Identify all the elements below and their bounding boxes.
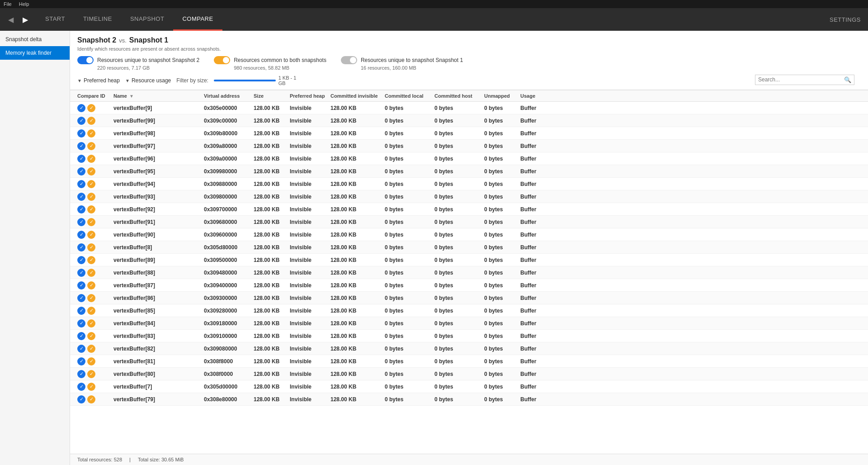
table-row[interactable]: ✓ ✓ vertexBuffer[8] 0x305d80000 128.00 K…	[70, 241, 868, 254]
cell-pheap: Invisible	[290, 168, 330, 175]
table-row[interactable]: ✓ ✓ vertexBuffer[95] 0x309980000 128.00 …	[70, 165, 868, 178]
table-row[interactable]: ✓ ✓ vertexBuffer[94] 0x309880000 128.00 …	[70, 178, 868, 190]
cell-name: vertexBuffer[80]	[113, 371, 204, 377]
cell-cinvis: 128.00 KB	[330, 232, 385, 238]
col-header-size[interactable]: Size	[254, 93, 290, 99]
table-row[interactable]: ✓ ✓ vertexBuffer[89] 0x309500000 128.00 …	[70, 254, 868, 266]
resource-usage-filter[interactable]: ▼ Resource usage	[125, 77, 171, 84]
cell-vaddr: 0x309c00000	[204, 118, 254, 124]
table-row[interactable]: ✓ ✓ vertexBuffer[81] 0x308f8000 128.00 K…	[70, 355, 868, 368]
table-row[interactable]: ✓ ✓ vertexBuffer[88] 0x309480000 128.00 …	[70, 266, 868, 279]
menu-file[interactable]: File	[4, 1, 12, 7]
compare-icons: ✓ ✓	[77, 218, 113, 226]
col-header-unmap[interactable]: Unmapped	[484, 93, 520, 99]
cell-cinvis: 128.00 KB	[330, 282, 385, 289]
blue-check-icon: ✓	[77, 231, 85, 239]
nav-back-button[interactable]: ◀	[4, 12, 18, 27]
cell-clocal: 0 bytes	[385, 282, 434, 289]
cell-chost: 0 bytes	[434, 181, 484, 187]
blue-check-icon: ✓	[77, 180, 85, 188]
sidebar-item-memory-leak[interactable]: Memory leak finder	[0, 46, 70, 60]
table-row[interactable]: ✓ ✓ vertexBuffer[83] 0x309100000 128.00 …	[70, 330, 868, 342]
size-slider[interactable]: 1 KB - 1 GB	[214, 75, 304, 86]
table-row[interactable]: ✓ ✓ vertexBuffer[9] 0x305e00000 128.00 K…	[70, 102, 868, 114]
cell-name: vertexBuffer[92]	[113, 206, 204, 213]
col-header-clocal[interactable]: Committed local	[385, 93, 434, 99]
table-row[interactable]: ✓ ✓ vertexBuffer[79] 0x308e80000 128.00 …	[70, 393, 868, 406]
nav-forward-button[interactable]: ▶	[18, 12, 33, 27]
tab-compare[interactable]: COMPARE	[173, 8, 222, 31]
table-row[interactable]: ✓ ✓ vertexBuffer[99] 0x309c00000 128.00 …	[70, 114, 868, 127]
col-header-usage[interactable]: Usage	[520, 93, 557, 99]
cell-unmap: 0 bytes	[484, 118, 520, 124]
cell-chost: 0 bytes	[434, 346, 484, 352]
cell-name: vertexBuffer[97]	[113, 143, 204, 149]
toggle-1-switch[interactable]	[77, 56, 94, 64]
table-row[interactable]: ✓ ✓ vertexBuffer[85] 0x309280000 128.00 …	[70, 304, 868, 317]
orange-check-icon: ✓	[87, 332, 95, 340]
cell-cinvis: 128.00 KB	[330, 206, 385, 213]
table-row[interactable]: ✓ ✓ vertexBuffer[91] 0x309680000 128.00 …	[70, 216, 868, 228]
cell-usage: Buffer	[520, 118, 557, 124]
cell-unmap: 0 bytes	[484, 244, 520, 251]
cell-chost: 0 bytes	[434, 232, 484, 238]
col-header-compare[interactable]: Compare ID	[77, 93, 113, 99]
blue-check-icon: ✓	[77, 155, 85, 163]
table-row[interactable]: ✓ ✓ vertexBuffer[86] 0x309300000 128.00 …	[70, 292, 868, 304]
tab-start[interactable]: START	[36, 8, 74, 31]
menu-help[interactable]: Help	[19, 1, 29, 7]
tab-snapshot[interactable]: SNAPSHOT	[121, 8, 174, 31]
table-row[interactable]: ✓ ✓ vertexBuffer[7] 0x305d00000 128.00 K…	[70, 380, 868, 393]
toggle-3-switch[interactable]	[341, 56, 357, 64]
sidebar-item-snapshot-delta[interactable]: Snapshot delta	[0, 33, 70, 46]
cell-vaddr: 0x309b80000	[204, 130, 254, 137]
sort-icon: ▼	[129, 94, 134, 99]
cell-chost: 0 bytes	[434, 295, 484, 301]
col-header-name[interactable]: Name ▼	[113, 93, 204, 99]
orange-check-icon: ✓	[87, 205, 95, 214]
cell-chost: 0 bytes	[434, 270, 484, 276]
col-header-chost[interactable]: Committed host	[434, 93, 484, 99]
cell-name: vertexBuffer[84]	[113, 320, 204, 327]
col-header-pheap[interactable]: Preferred heap	[290, 93, 330, 99]
search-input[interactable]	[758, 76, 844, 83]
table-row[interactable]: ✓ ✓ vertexBuffer[98] 0x309b80000 128.00 …	[70, 127, 868, 140]
cell-size: 128.00 KB	[254, 232, 290, 238]
cell-vaddr: 0x305e00000	[204, 105, 254, 111]
col-header-vaddr[interactable]: Virtual address	[204, 93, 254, 99]
table-row[interactable]: ✓ ✓ vertexBuffer[97] 0x309a80000 128.00 …	[70, 140, 868, 152]
table-row[interactable]: ✓ ✓ vertexBuffer[84] 0x309180000 128.00 …	[70, 317, 868, 330]
table-row[interactable]: ✓ ✓ vertexBuffer[93] 0x309800000 128.00 …	[70, 190, 868, 203]
cell-chost: 0 bytes	[434, 358, 484, 365]
blue-check-icon: ✓	[77, 269, 85, 277]
orange-check-icon: ✓	[87, 294, 95, 302]
col-header-cinvis[interactable]: Committed invisible	[330, 93, 385, 99]
blue-check-icon: ✓	[77, 104, 85, 112]
table-row[interactable]: ✓ ✓ vertexBuffer[82] 0x309080000 128.00 …	[70, 342, 868, 355]
orange-check-icon: ✓	[87, 370, 95, 378]
cell-size: 128.00 KB	[254, 295, 290, 301]
blue-check-icon: ✓	[77, 332, 85, 340]
toggle-2-switch[interactable]	[214, 56, 230, 64]
cell-chost: 0 bytes	[434, 168, 484, 175]
search-box[interactable]: 🔍	[755, 75, 854, 85]
orange-check-icon: ✓	[87, 307, 95, 315]
cell-unmap: 0 bytes	[484, 181, 520, 187]
table-row[interactable]: ✓ ✓ vertexBuffer[80] 0x308f0000 128.00 K…	[70, 368, 868, 380]
tab-timeline[interactable]: TIMELINE	[74, 8, 121, 31]
cell-name: vertexBuffer[89]	[113, 257, 204, 263]
table-row[interactable]: ✓ ✓ vertexBuffer[90] 0x309600000 128.00 …	[70, 228, 868, 241]
table-row[interactable]: ✓ ✓ vertexBuffer[96] 0x309a00000 128.00 …	[70, 152, 868, 165]
blue-check-icon: ✓	[77, 193, 85, 201]
footer: Total resources: 528 | Total size: 30.65…	[70, 454, 868, 465]
table-row[interactable]: ✓ ✓ vertexBuffer[87] 0x309400000 128.00 …	[70, 279, 868, 292]
blue-check-icon: ✓	[77, 370, 85, 378]
table-body[interactable]: ✓ ✓ vertexBuffer[9] 0x305e00000 128.00 K…	[70, 102, 868, 454]
table-row[interactable]: ✓ ✓ vertexBuffer[92] 0x309700000 128.00 …	[70, 203, 868, 216]
cell-unmap: 0 bytes	[484, 320, 520, 327]
settings-label[interactable]: SETTINGS	[830, 16, 861, 23]
cell-clocal: 0 bytes	[385, 105, 434, 111]
cell-usage: Buffer	[520, 143, 557, 149]
preferred-heap-filter[interactable]: ▼ Preferred heap	[77, 77, 120, 84]
slider-range-label: 1 KB - 1 GB	[278, 75, 304, 86]
